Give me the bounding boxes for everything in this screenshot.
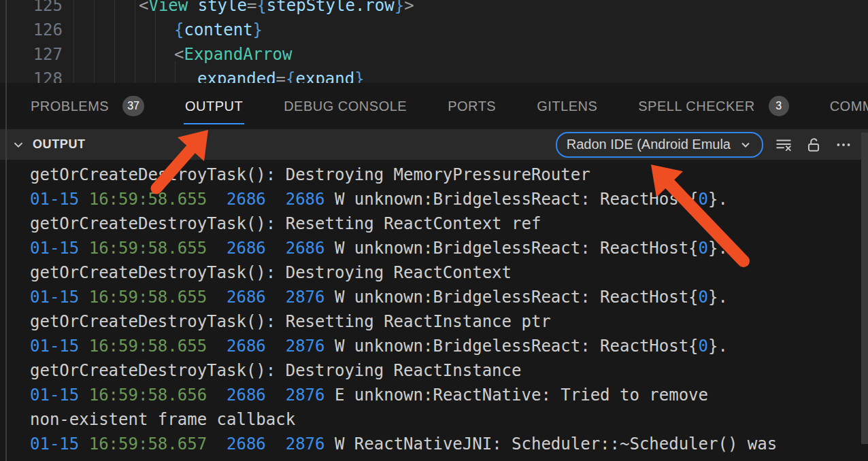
panel-scrollbar[interactable] xyxy=(861,133,868,444)
log-segment xyxy=(79,434,88,454)
code-token: > xyxy=(404,0,414,15)
log-segment xyxy=(207,239,227,258)
log-segment: 2686 xyxy=(227,190,266,209)
log-segment: 01-15 xyxy=(30,190,79,209)
log-line: getOrCreateDestroyTask(): Destroying Mem… xyxy=(30,163,868,187)
log-segment: 2876 xyxy=(286,288,325,307)
tab-problems[interactable]: PROBLEMS37 xyxy=(31,83,144,129)
log-segment: 2876 xyxy=(286,386,325,405)
more-actions-icon[interactable] xyxy=(834,135,853,154)
log-segment: 16:59:58.656 xyxy=(89,386,207,405)
editor-line: 126{content} xyxy=(0,18,868,42)
log-segment xyxy=(266,288,286,307)
log-segment: }. xyxy=(708,239,728,258)
log-segment: W unknown:BridgelessReact: ReactHost{ xyxy=(325,337,699,356)
code-token: } xyxy=(354,69,364,83)
log-segment: 0 xyxy=(699,190,708,209)
tab-comments[interactable]: COMME xyxy=(830,83,868,129)
output-panel-header: OUTPUT Radon IDE (Android Emula xyxy=(0,129,868,160)
log-segment: 0 xyxy=(699,239,708,258)
log-segment xyxy=(79,288,88,307)
line-number: 125 xyxy=(0,0,63,18)
code-content: <ExpandArrow xyxy=(174,42,292,67)
log-segment: getOrCreateDestroyTask(): Resetting Reac… xyxy=(30,312,551,331)
log-line: getOrCreateDestroyTask(): Resetting Reac… xyxy=(30,211,868,236)
code-token: < xyxy=(174,45,184,64)
log-segment: getOrCreateDestroyTask(): Destroying Rea… xyxy=(30,263,512,282)
chevron-down-icon xyxy=(739,138,752,152)
code-token: { xyxy=(256,0,266,15)
indent-guide xyxy=(94,0,95,83)
log-segment: 16:59:58.655 xyxy=(89,239,207,258)
log-segment: W unknown:BridgelessReact: ReactHost{ xyxy=(325,239,699,258)
log-segment: getOrCreateDestroyTask(): Destroying Mem… xyxy=(30,165,590,184)
log-segment xyxy=(266,386,286,405)
log-line: getOrCreateDestroyTask(): Destroying Rea… xyxy=(30,358,868,383)
ide-window: 125<View style={stepStyle.row}>126{conte… xyxy=(0,0,868,461)
code-token: = xyxy=(276,69,286,83)
code-token: content xyxy=(184,20,252,39)
editor-line: 128expanded={expand} xyxy=(0,67,868,83)
tab-label: PORTS xyxy=(448,99,496,114)
log-segment: 2686 xyxy=(227,288,266,307)
log-segment xyxy=(266,337,286,356)
collapse-chevron-icon[interactable] xyxy=(11,137,26,152)
indent-guide xyxy=(155,10,156,83)
code-token: } xyxy=(395,0,404,15)
log-segment: }. xyxy=(708,288,728,307)
tab-label: OUTPUT xyxy=(185,99,243,114)
log-segment xyxy=(79,190,88,209)
code-token xyxy=(188,0,197,15)
editor-line: 125<View style={stepStyle.row}> xyxy=(0,0,868,18)
code-editor[interactable]: 125<View style={stepStyle.row}>126{conte… xyxy=(0,0,868,83)
log-segment xyxy=(207,386,227,405)
log-segment: 2686 xyxy=(227,434,266,454)
unlock-icon[interactable] xyxy=(804,135,823,154)
log-segment: 01-15 xyxy=(30,386,79,405)
log-line: 01-15 16:59:58.655 2686 2686 W unknown:B… xyxy=(30,236,868,260)
log-segment xyxy=(266,190,286,209)
log-segment: 2686 xyxy=(227,386,266,405)
tab-debug-console[interactable]: DEBUG CONSOLE xyxy=(284,83,407,129)
log-segment: 01-15 xyxy=(30,434,79,454)
tab-label: COMME xyxy=(830,99,868,114)
log-line: getOrCreateDestroyTask(): Resetting Reac… xyxy=(30,309,868,334)
tab-spell-checker[interactable]: SPELL CHECKER3 xyxy=(638,83,788,129)
log-segment: 16:59:58.657 xyxy=(89,434,207,454)
output-channel-dropdown[interactable]: Radon IDE (Android Emula xyxy=(556,132,763,158)
output-log[interactable]: getOrCreateDestroyTask(): Destroying Mem… xyxy=(0,160,868,461)
panel-header-actions: Radon IDE (Android Emula xyxy=(556,132,868,158)
log-line: non-existent frame callback xyxy=(30,407,868,432)
log-segment xyxy=(79,386,88,405)
log-line: 01-15 16:59:58.655 2686 2876 W unknown:B… xyxy=(30,285,868,309)
code-content: expanded={expand} xyxy=(197,67,365,83)
editor-lines: 125<View style={stepStyle.row}>126{conte… xyxy=(0,0,868,83)
log-segment: W unknown:BridgelessReact: ReactHost{ xyxy=(325,190,699,209)
log-segment: getOrCreateDestroyTask(): Resetting Reac… xyxy=(30,214,541,233)
log-segment: 2876 xyxy=(286,434,325,454)
indent-guide xyxy=(114,0,115,83)
log-segment: 01-15 xyxy=(30,337,79,356)
code-token: expanded xyxy=(197,69,276,83)
log-segment xyxy=(207,288,227,307)
log-segment: 16:59:58.655 xyxy=(89,190,207,209)
tab-ports[interactable]: PORTS xyxy=(448,83,496,129)
code-token: style xyxy=(198,0,247,15)
log-segment xyxy=(266,239,286,258)
log-segment xyxy=(79,337,88,356)
tab-output[interactable]: OUTPUT xyxy=(185,83,243,129)
tab-label: SPELL CHECKER xyxy=(638,99,754,114)
log-segment: 2686 xyxy=(227,337,266,356)
indent-guide xyxy=(73,0,74,83)
log-segment: W ReactNativeJNI: Scheduler::~Scheduler(… xyxy=(325,434,778,454)
clear-output-icon[interactable] xyxy=(774,135,793,154)
log-segment xyxy=(266,434,286,454)
log-line: getOrCreateDestroyTask(): Destroying Rea… xyxy=(30,260,868,285)
tab-gitlens[interactable]: GITLENS xyxy=(537,83,597,129)
code-token: { xyxy=(286,69,295,83)
log-segment xyxy=(207,190,227,209)
active-tab-underline xyxy=(184,123,244,124)
log-segment xyxy=(207,434,227,454)
log-segment: getOrCreateDestroyTask(): Destroying Rea… xyxy=(30,361,521,380)
code-content: <View style={stepStyle.row}> xyxy=(139,0,414,18)
